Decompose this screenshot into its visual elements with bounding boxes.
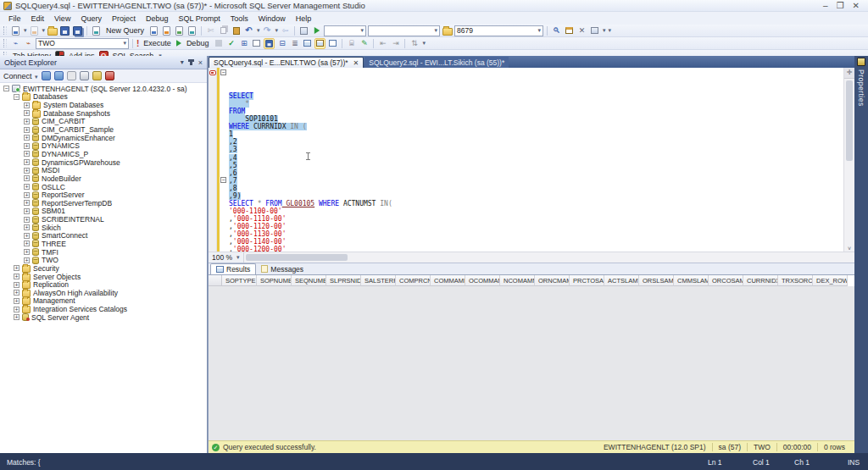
chevron-down-icon[interactable]: ▾	[603, 27, 606, 34]
tree-item[interactable]: +OSLLC	[0, 183, 207, 191]
tree-item[interactable]: +Sikich	[0, 224, 207, 232]
connect-dropdown[interactable]: Connect ▾	[3, 72, 38, 80]
tree-item[interactable]: −EWITTENHAGENLT (SQL Server 12.0.4232.0 …	[0, 85, 207, 93]
results-to-grid-icon[interactable]	[302, 38, 313, 49]
decrease-indent-icon[interactable]: ⇤	[377, 38, 388, 49]
menu-item-tools[interactable]: Tools	[225, 14, 253, 24]
editor-horizontal-scrollbar[interactable]	[244, 252, 854, 263]
tree-expander-icon[interactable]: +	[14, 314, 19, 320]
close-tab-icon[interactable]: ✕	[353, 59, 359, 67]
disconnect-icon[interactable]	[54, 71, 64, 80]
chevron-down-icon[interactable]: ▾	[24, 27, 27, 34]
column-header-cmmslamt[interactable]: CMMSLAMT	[674, 275, 709, 286]
column-header-comprcnt[interactable]: COMPRCNT	[396, 275, 431, 286]
sqlcmd-mode-icon[interactable]: ⌸	[346, 38, 357, 49]
restore-button[interactable]: ❐	[837, 1, 844, 11]
menu-item-sql-prompt[interactable]: SQL Prompt	[173, 14, 225, 24]
toolbar-grip[interactable]	[3, 39, 7, 47]
execute-button[interactable]: Execute	[141, 39, 174, 47]
close-panel-icon[interactable]: ×	[198, 58, 203, 67]
tree-item[interactable]: +Server Objects	[0, 273, 207, 281]
menu-item-file[interactable]: File	[3, 14, 26, 24]
toolbar-combo-1[interactable]: ▾	[324, 25, 366, 36]
tree-item[interactable]: +Management	[0, 297, 207, 306]
tree-expander-icon[interactable]: +	[24, 233, 30, 239]
connect-icon[interactable]: ⌁	[10, 38, 21, 49]
tree-item[interactable]: +TWO	[0, 256, 207, 264]
increase-indent-icon[interactable]: ⇥	[390, 38, 401, 49]
paste-icon[interactable]	[231, 25, 242, 36]
start-debug-icon[interactable]	[311, 25, 322, 36]
tree-item[interactable]: +MSDI	[0, 166, 207, 174]
open-folder-icon[interactable]	[442, 25, 453, 36]
tree-expander-icon[interactable]: +	[14, 282, 19, 288]
column-header-sopnumbe[interactable]: SOPNUMBE	[257, 275, 292, 286]
reports-icon[interactable]	[92, 71, 102, 80]
chevron-down-icon[interactable]: ▾	[257, 27, 260, 34]
column-header-orslsamt[interactable]: ORSLSAMT	[639, 275, 674, 286]
tree-item[interactable]: +AlwaysOn High Availability	[0, 289, 207, 297]
copy-icon[interactable]	[218, 25, 229, 36]
tree-expander-icon[interactable]: +	[14, 307, 19, 312]
tree-item[interactable]: +THREE	[0, 240, 207, 248]
fold-collapse-icon[interactable]: −	[220, 69, 226, 75]
column-header-dex_row_id[interactable]: DEX_ROW_ID	[813, 275, 848, 286]
tree-item[interactable]: +TMFI	[0, 248, 207, 257]
save-all-icon[interactable]	[72, 25, 83, 36]
tree-item[interactable]: −Databases	[0, 93, 207, 102]
sqlprompt-indicator-icon[interactable]	[209, 70, 216, 75]
properties-panel-collapsed[interactable]: Properties	[854, 56, 868, 453]
activity-monitor-icon[interactable]	[298, 25, 309, 36]
tree-item[interactable]: +CIM_CARBIT	[0, 118, 207, 126]
column-header-seqnumbr[interactable]: SEQNUMBR	[292, 275, 326, 286]
tree-expander-icon[interactable]: +	[24, 217, 30, 223]
refresh-icon[interactable]	[42, 71, 51, 80]
new-query-button[interactable]: New Query	[103, 26, 147, 35]
delete-icon[interactable]	[105, 71, 114, 80]
include-actual-plan-icon[interactable]	[264, 38, 275, 49]
tree-expander-icon[interactable]: +	[24, 143, 30, 149]
tree-expander-icon[interactable]: +	[24, 175, 30, 181]
tree-expander-icon[interactable]: −	[3, 86, 9, 91]
undo-icon[interactable]: ↶	[243, 25, 254, 36]
comment-icon[interactable]	[327, 38, 338, 49]
filter-icon[interactable]	[80, 71, 89, 80]
tree-expander-icon[interactable]: +	[24, 168, 30, 174]
database-engine-query-icon[interactable]	[148, 25, 159, 36]
redo-icon[interactable]: ↷	[262, 25, 273, 36]
include-client-statistics-icon[interactable]: ⊟	[276, 38, 287, 49]
tools-icon[interactable]: ✕	[576, 25, 587, 36]
scrollbar-pan-icon[interactable]: ✛	[844, 68, 854, 79]
tree-item[interactable]: +DYNAMICS_P	[0, 150, 207, 158]
tree-item[interactable]: +SQL Server Agent	[0, 313, 207, 322]
save-icon[interactable]	[59, 25, 70, 36]
tab-results[interactable]: Results	[210, 263, 256, 274]
tab-messages[interactable]: Messages	[256, 263, 309, 274]
tree-item[interactable]: +SmartConnect	[0, 232, 207, 241]
tree-expander-icon[interactable]: +	[24, 110, 30, 116]
tree-expander-icon[interactable]: +	[24, 249, 30, 255]
ide-icon[interactable]	[589, 25, 600, 36]
tree-expander-icon[interactable]: +	[24, 192, 30, 198]
menu-item-project[interactable]: Project	[107, 14, 141, 24]
tree-expander-icon[interactable]: +	[24, 200, 30, 206]
tree-item[interactable]: +ReportServerTempDB	[0, 199, 207, 207]
tree-expander-icon[interactable]: +	[14, 298, 19, 304]
database-combo[interactable]: TWO▾	[36, 38, 129, 49]
column-header-salsterr[interactable]: SALSTERR	[361, 275, 396, 286]
tree-item[interactable]: +DMDynamicsEnhancer	[0, 134, 207, 142]
tab-sqlquery2[interactable]: SQLQuery2.sql - EWI...LT.Sikich (sa (55)…	[364, 57, 509, 68]
change-connection-icon[interactable]: ⌁	[23, 38, 34, 49]
debug-button[interactable]: Debug	[184, 39, 212, 47]
column-header-orncmamt[interactable]: ORNCMAMT	[535, 275, 570, 286]
new-query-icon[interactable]	[91, 25, 102, 36]
tree-expander-icon[interactable]: +	[24, 159, 30, 165]
column-header-currnidx[interactable]: CURRNIDX	[743, 275, 778, 286]
navigate-back-icon[interactable]: ⇦	[280, 25, 291, 36]
tree-item[interactable]: +ReportServer	[0, 191, 207, 199]
tree-item[interactable]: +Database Snapshots	[0, 109, 207, 118]
toolbar-combo-2[interactable]: ▾	[368, 25, 440, 36]
tree-expander-icon[interactable]: +	[24, 224, 30, 230]
tree-item[interactable]: +SBM01	[0, 207, 207, 216]
window-layout-icon[interactable]	[564, 25, 575, 36]
